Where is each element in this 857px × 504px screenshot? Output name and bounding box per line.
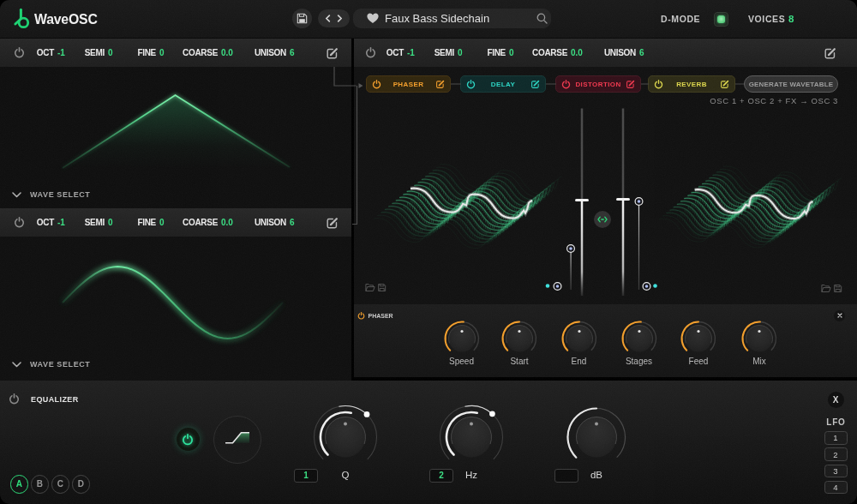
osc3-semi-value[interactable]: 0 <box>458 39 463 67</box>
equalizer-power-icon[interactable] <box>9 393 20 405</box>
eq-band-power-icon <box>182 434 194 446</box>
osc1-power-icon[interactable] <box>14 47 25 58</box>
d-mode-label: D-MODE <box>661 0 700 39</box>
prev-preset-button[interactable] <box>325 15 331 22</box>
snapshot-button-B[interactable]: B <box>31 475 50 494</box>
d-mode-toggle[interactable] <box>714 12 728 27</box>
link-sliders-button[interactable] <box>594 211 611 228</box>
lfo-label: LFO <box>824 417 848 427</box>
morph-slider-track[interactable] <box>622 109 625 200</box>
phaser-knob-label: Stages <box>614 357 665 366</box>
osc3-coarse-label: COARSE <box>532 39 567 67</box>
phaser-knob-end[interactable] <box>559 318 600 359</box>
equalizer-close-button[interactable]: X <box>828 392 844 408</box>
osc3-oct-label: OCT <box>387 39 404 67</box>
phaser-close-button[interactable] <box>834 310 845 321</box>
mod-slider-handle[interactable] <box>554 283 561 291</box>
chevron-down-icon <box>12 192 21 198</box>
morph-slider-handle[interactable] <box>575 199 589 201</box>
wavetable-right-file-icons[interactable] <box>821 284 842 293</box>
save-button[interactable] <box>292 9 312 28</box>
osc2-semi-value[interactable]: 0 <box>108 208 113 237</box>
morph-slider-handle[interactable] <box>616 198 630 201</box>
d-mode-toggle-indicator <box>717 15 725 23</box>
osc2-power-icon[interactable] <box>14 217 25 228</box>
osc2-semi-label: SEMI <box>85 208 105 237</box>
mod-slider-handle[interactable] <box>643 283 650 291</box>
equalizer-title: EQUALIZER <box>31 395 79 404</box>
mod-slider-handle[interactable] <box>567 245 575 253</box>
osc3-edit-icon[interactable] <box>824 47 836 60</box>
mod-indicator-dot <box>546 284 550 288</box>
wavetable-view[interactable] <box>659 166 842 248</box>
osc2-coarse-value[interactable]: 0.0 <box>221 208 233 237</box>
osc3-coarse-value[interactable]: 0.0 <box>571 39 583 67</box>
lfo-button-1[interactable]: 1 <box>824 431 848 445</box>
save-icon <box>297 13 308 24</box>
osc1-wave-select[interactable]: WAVE SELECT <box>12 188 90 201</box>
phaser-knob-label: End <box>554 357 605 366</box>
osc1-coarse-value[interactable]: 0.0 <box>221 39 233 67</box>
mod-slider-track[interactable] <box>638 201 639 290</box>
osc1-oct-value[interactable]: -1 <box>57 39 65 67</box>
osc1-fine-value[interactable]: 0 <box>159 39 165 67</box>
osc3-unison-value[interactable]: 6 <box>639 39 644 67</box>
osc3-oct-value[interactable]: -1 <box>407 39 415 67</box>
snapshot-button-C[interactable]: C <box>51 475 70 494</box>
eq-hz-value-box[interactable]: 2 <box>429 469 453 483</box>
osc1-unison-value[interactable]: 6 <box>290 39 295 67</box>
voices-label: VOICES <box>748 0 785 39</box>
eq-db-value-box[interactable] <box>554 469 578 483</box>
osc2-oct-value[interactable]: -1 <box>57 208 65 237</box>
phaser-knob-start[interactable] <box>499 318 540 359</box>
morph-slider-track[interactable] <box>581 109 584 201</box>
mod-slider-handle[interactable] <box>635 198 643 206</box>
morph-sliders[interactable] <box>531 103 677 296</box>
search-icon[interactable] <box>536 13 548 24</box>
next-preset-button[interactable] <box>337 15 343 22</box>
lfo-button-3[interactable]: 3 <box>824 465 848 478</box>
phaser-knob-feed[interactable] <box>678 318 719 359</box>
osc3-unison-label: UNISON <box>604 39 636 67</box>
close-icon <box>837 313 842 318</box>
osc1-semi-value[interactable]: 0 <box>108 39 113 67</box>
wavetable-left-file-icons[interactable] <box>365 283 387 292</box>
phaser-knob-label: Mix <box>734 357 785 366</box>
eq-knob-q[interactable] <box>310 402 381 472</box>
osc3-fine-value[interactable]: 0 <box>509 39 514 67</box>
phaser-panel-power-icon[interactable] <box>357 312 365 320</box>
phaser-knob-mix[interactable] <box>739 318 780 359</box>
lfo-button-2[interactable]: 2 <box>824 447 848 461</box>
phaser-knob-speed[interactable] <box>441 318 482 359</box>
voices-value[interactable]: 8 <box>788 0 794 39</box>
snapshot-button-D[interactable]: D <box>72 475 91 494</box>
eq-knob-hz[interactable] <box>436 402 506 472</box>
eq-knob-db[interactable] <box>561 402 632 472</box>
osc2-fine-value[interactable]: 0 <box>159 208 165 237</box>
osc2-fine-label: FINE <box>137 208 156 237</box>
eq-band-power-button[interactable] <box>177 428 200 451</box>
link-icon <box>597 216 608 223</box>
mod-slider-track[interactable] <box>571 249 572 290</box>
eq-q-value-box[interactable]: 1 <box>294 469 318 483</box>
osc1-edit-icon[interactable] <box>326 47 339 60</box>
osc2-unison-value[interactable]: 6 <box>290 208 295 237</box>
favorite-heart-icon[interactable] <box>367 13 379 24</box>
osc3-power-icon[interactable] <box>365 47 376 58</box>
osc2-oct-label: OCT <box>37 208 54 237</box>
chevron-down-icon <box>12 362 21 368</box>
snapshot-button-A[interactable]: A <box>10 475 29 494</box>
morph-slider-track-active[interactable] <box>622 200 625 297</box>
eq-filter-type-button[interactable] <box>213 416 261 464</box>
osc1-fine-label: FINE <box>137 39 156 67</box>
wave-select-label: WAVE SELECT <box>30 360 90 369</box>
osc2-wave-select[interactable]: WAVE SELECT <box>12 357 90 371</box>
morph-slider-track-active[interactable] <box>581 201 584 297</box>
phaser-knob-stages[interactable] <box>619 318 660 359</box>
wave-select-label: WAVE SELECT <box>30 190 90 199</box>
mod-indicator-dot <box>653 284 657 288</box>
phaser-panel <box>354 304 857 377</box>
preset-browser[interactable]: Faux Bass Sidechain <box>353 9 551 28</box>
phaser-knob-label: Start <box>494 357 545 366</box>
lfo-button-4[interactable]: 4 <box>824 481 848 495</box>
